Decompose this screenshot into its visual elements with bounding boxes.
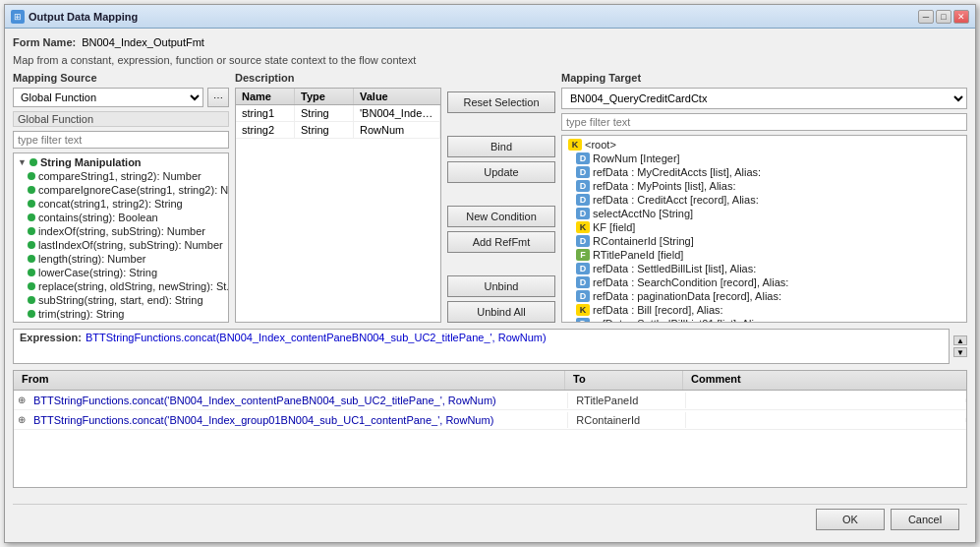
target-tree-item[interactable]: F RTitlePaneId [field] bbox=[564, 248, 964, 262]
cell-name: string1 bbox=[236, 105, 295, 121]
rt-item-label: refData : SettledBillList01 [list], Alia… bbox=[593, 318, 769, 323]
item-label: compareIgnoreCase(string1, string2): N..… bbox=[38, 184, 229, 196]
expression-bar: Expression: BTTStringFunctions.concat(BN… bbox=[13, 329, 950, 364]
target-tree-item[interactable]: D RContainerId [String] bbox=[564, 234, 964, 248]
maximize-button[interactable]: □ bbox=[936, 10, 951, 24]
row-arrow-icon: ⊕ bbox=[14, 414, 26, 425]
scroll-down-button[interactable]: ▼ bbox=[953, 347, 967, 357]
list-item[interactable]: subString(string, start, end): String bbox=[16, 293, 226, 307]
item-label: lastIndexOf(string, subString): Number bbox=[38, 239, 223, 251]
target-tree-item[interactable]: D refData : SearchCondition [record], Al… bbox=[564, 275, 964, 289]
target-tree-item[interactable]: D refData : SettledBillList01 [list], Al… bbox=[564, 317, 964, 323]
rt-item-label: RContainerId [String] bbox=[593, 235, 694, 247]
new-condition-button[interactable]: New Condition bbox=[447, 206, 555, 227]
rt-item-label: selectAcctNo [String] bbox=[593, 208, 693, 219]
target-filter-input[interactable] bbox=[561, 113, 967, 131]
expression-area: Expression: BTTStringFunctions.concat(BN… bbox=[13, 329, 967, 364]
window-icon: ⊞ bbox=[11, 10, 25, 24]
badge-d-icon: D bbox=[576, 208, 590, 219]
title-bar: ⊞ Output Data Mapping ─ □ ✕ bbox=[5, 5, 975, 29]
target-tree-item[interactable]: D refData : SettledBillList [list], Alia… bbox=[564, 262, 964, 275]
col-header-type: Type bbox=[295, 89, 354, 104]
badge-f-icon: F bbox=[576, 249, 590, 261]
bt-cell-comment bbox=[686, 398, 966, 402]
scroll-up-button[interactable]: ▲ bbox=[953, 335, 967, 345]
item-dot-icon bbox=[28, 269, 35, 276]
target-tree-item[interactable]: D refData : MyPoints [list], Alias: bbox=[564, 179, 964, 193]
list-item[interactable]: trim(string): String bbox=[16, 307, 226, 321]
reset-selection-button[interactable]: Reset Selection bbox=[447, 91, 555, 113]
source-select-row: Global Function ⋯ bbox=[13, 88, 229, 107]
item-label: contains(string): Boolean bbox=[38, 212, 158, 223]
target-tree-item[interactable]: K KF [field] bbox=[564, 220, 964, 234]
badge-d-icon: D bbox=[576, 318, 590, 323]
source-filter-input[interactable] bbox=[13, 131, 229, 149]
target-tree-item[interactable]: K refData : Bill [record], Alias: bbox=[564, 303, 964, 317]
rt-item-label: RTitlePaneId [field] bbox=[593, 249, 683, 261]
list-item[interactable]: compareString1, string2): Number bbox=[16, 169, 226, 183]
table-body: string1 String 'BN004_Index_... string2 … bbox=[236, 105, 440, 322]
form-name-row: Form Name: BN004_Index_OutputFmt bbox=[13, 36, 967, 48]
list-item[interactable]: contains(string): Boolean bbox=[16, 211, 226, 224]
rt-item-label: refData : SearchCondition [record], Alia… bbox=[593, 276, 788, 288]
rt-item-label: refData : MyCreditAccts [list], Alias: bbox=[593, 166, 761, 178]
target-tree-item[interactable]: D refData : CreditAcct [record], Alias: bbox=[564, 193, 964, 207]
expression-label: Expression: bbox=[20, 332, 82, 343]
title-bar-left: ⊞ Output Data Mapping bbox=[11, 10, 138, 24]
rt-item-label: refData : MyPoints [list], Alias: bbox=[593, 180, 736, 192]
list-item[interactable]: lowerCase(string): String bbox=[16, 266, 226, 279]
target-tree-item[interactable]: K <root> bbox=[564, 138, 964, 152]
cell-type: String bbox=[295, 122, 354, 138]
tree-group-string-manipulation[interactable]: ▼ String Manipulation bbox=[16, 155, 226, 169]
target-tree-item[interactable]: D RowNum [Integer] bbox=[564, 152, 964, 165]
list-item[interactable]: length(string): Number bbox=[16, 252, 226, 266]
cancel-button[interactable]: Cancel bbox=[891, 509, 959, 530]
close-button[interactable]: ✕ bbox=[953, 10, 969, 24]
list-item[interactable]: lastIndexOf(string, subString): Number bbox=[16, 238, 226, 252]
bt-col-from: From bbox=[14, 371, 565, 390]
center-action-buttons: Reset Selection Bind Update New Conditio… bbox=[447, 72, 555, 323]
item-label: trim(string): String bbox=[38, 308, 124, 320]
source-browse-button[interactable]: ⋯ bbox=[207, 88, 229, 107]
table-row[interactable]: string1 String 'BN004_Index_... bbox=[236, 105, 440, 122]
unbind-all-button[interactable]: Unbind All bbox=[447, 301, 555, 323]
item-label: indexOf(string, subString): Number bbox=[38, 225, 205, 237]
rt-item-label: refData : paginationData [record], Alias… bbox=[593, 290, 781, 302]
item-dot-icon bbox=[28, 296, 35, 304]
rt-item-label: refData : SettledBillList [list], Alias: bbox=[593, 263, 756, 274]
badge-d-icon: D bbox=[576, 276, 590, 288]
list-item[interactable]: compareIgnoreCase(string1, string2): N..… bbox=[16, 183, 226, 197]
table-row[interactable]: string2 String RowNum bbox=[236, 122, 440, 139]
item-label: subString(string, start, end): String bbox=[38, 294, 203, 306]
target-tree-panel: K <root> D RowNum [Integer] D refData : … bbox=[561, 135, 967, 323]
table-row[interactable]: ⊕ BTTStringFunctions.concat('BN004_Index… bbox=[14, 391, 966, 410]
bind-button[interactable]: Bind bbox=[447, 136, 555, 157]
mapping-source-label: Mapping Source bbox=[13, 72, 229, 84]
table-row[interactable]: ⊕ BTTStringFunctions.concat('BN004_Index… bbox=[14, 410, 966, 430]
mapping-target-label: Mapping Target bbox=[561, 72, 967, 84]
target-tree-item[interactable]: D refData : paginationData [record], Ali… bbox=[564, 289, 964, 303]
source-dropdown[interactable]: Global Function bbox=[13, 88, 203, 107]
bt-cell-to: RTitlePaneId bbox=[568, 393, 686, 408]
update-button[interactable]: Update bbox=[447, 161, 555, 183]
add-reffmt-button[interactable]: Add RefFmt bbox=[447, 231, 555, 253]
mapping-target-dropdown[interactable]: BN004_QueryCreditCardCtx bbox=[561, 88, 967, 109]
badge-d-icon: D bbox=[576, 166, 590, 178]
list-item[interactable]: indexOf(string, subString): Number bbox=[16, 224, 226, 238]
list-item[interactable]: concat(string1, string2): String bbox=[16, 197, 226, 211]
item-label: concat(string1, string2): String bbox=[38, 198, 183, 210]
badge-d-icon: D bbox=[576, 152, 590, 164]
window-title: Output Data Mapping bbox=[29, 11, 138, 23]
rt-item-label: <root> bbox=[585, 139, 616, 151]
rt-item-label: RowNum [Integer] bbox=[593, 152, 680, 164]
mapping-target-panel: Mapping Target BN004_QueryCreditCardCtx … bbox=[561, 72, 967, 323]
title-controls: ─ □ ✕ bbox=[918, 10, 969, 24]
item-label: replace(string, oldString, newString): S… bbox=[38, 280, 229, 292]
expression-value: BTTStringFunctions.concat(BN004_Index_co… bbox=[86, 332, 547, 343]
minimize-button[interactable]: ─ bbox=[918, 10, 934, 24]
target-tree-item[interactable]: D selectAcctNo [String] bbox=[564, 207, 964, 220]
ok-button[interactable]: OK bbox=[816, 509, 885, 530]
unbind-button[interactable]: Unbind bbox=[447, 275, 555, 297]
list-item[interactable]: replace(string, oldString, newString): S… bbox=[16, 279, 226, 293]
target-tree-item[interactable]: D refData : MyCreditAccts [list], Alias: bbox=[564, 165, 964, 179]
